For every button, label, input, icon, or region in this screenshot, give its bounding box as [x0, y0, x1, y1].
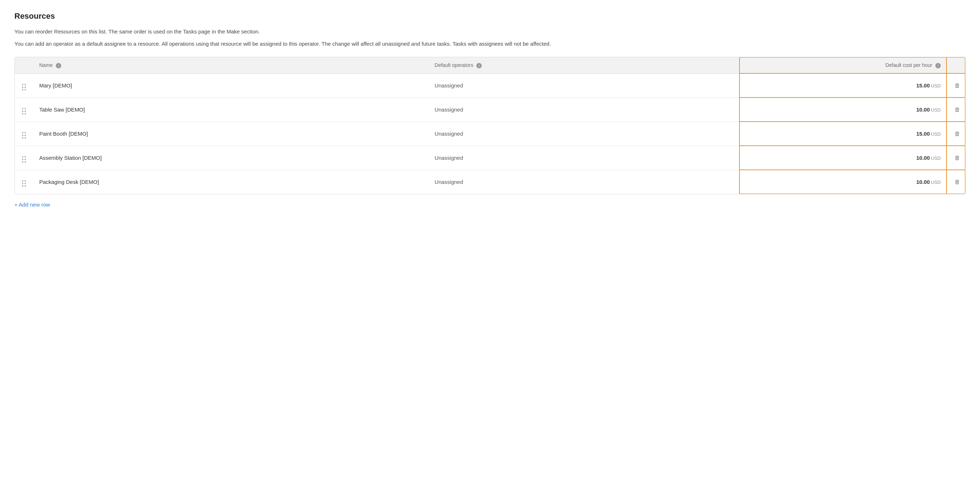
resource-name-cell: Mary [DEMO] — [33, 73, 429, 97]
drag-dot — [22, 113, 24, 114]
drag-dot — [22, 183, 24, 184]
operators-cell: Unassigned — [429, 73, 740, 97]
operators-cell: Unassigned — [429, 146, 740, 170]
cost-cell: 15.00USD — [740, 122, 947, 146]
cost-value: 10.00 — [916, 179, 930, 185]
drag-cell[interactable] — [15, 146, 33, 170]
drag-dot — [22, 156, 24, 157]
drag-dot — [24, 156, 26, 157]
drag-cell[interactable] — [15, 122, 33, 146]
drag-dot — [22, 86, 24, 88]
delete-button[interactable]: 🗑 — [952, 154, 963, 162]
resource-name-cell: Paint Booth [DEMO] — [33, 122, 429, 146]
col-operators: Default operators i — [429, 57, 740, 73]
col-operators-label: Default operators — [434, 62, 473, 68]
drag-handle[interactable] — [21, 156, 27, 163]
action-cell: 🗑 — [947, 97, 965, 122]
drag-dot — [22, 108, 24, 110]
drag-dot — [22, 161, 24, 163]
unassigned-label: Unassigned — [434, 106, 463, 113]
col-cost: Default cost per hour i — [740, 57, 947, 73]
cost-cell: 10.00USD — [740, 170, 947, 194]
table-row: Packaging Desk [DEMO]Unassigned10.00USD🗑 — [15, 170, 965, 194]
operators-info-icon[interactable]: i — [476, 63, 482, 68]
drag-dot — [24, 113, 26, 114]
drag-dot — [22, 89, 24, 90]
drag-handle[interactable] — [21, 131, 27, 139]
drag-dot — [24, 137, 26, 138]
delete-button[interactable]: 🗑 — [952, 105, 963, 114]
action-cell: 🗑 — [947, 73, 965, 97]
description-1: You can reorder Resources on this list. … — [14, 27, 966, 36]
cost-currency: USD — [931, 83, 941, 89]
add-new-row-button[interactable]: + Add new row — [14, 200, 50, 209]
unassigned-label: Unassigned — [434, 179, 463, 185]
cost-currency: USD — [931, 156, 941, 161]
resources-table-wrapper: Name i Default operators i Default cost … — [14, 57, 966, 194]
drag-dot — [24, 135, 26, 136]
col-cost-label: Default cost per hour — [885, 62, 932, 68]
drag-dot — [24, 183, 26, 184]
drag-dot — [24, 89, 26, 90]
cost-currency: USD — [931, 107, 941, 113]
drag-dot — [22, 132, 24, 134]
cost-cell: 15.00USD — [740, 73, 947, 97]
drag-handle[interactable] — [21, 83, 27, 91]
drag-dot — [24, 161, 26, 163]
drag-dot — [22, 180, 24, 182]
drag-dot — [24, 84, 26, 85]
drag-dot — [24, 110, 26, 112]
description-2: You can add an operator as a default ass… — [14, 40, 966, 48]
drag-dot — [24, 108, 26, 110]
drag-dot — [22, 135, 24, 136]
delete-button[interactable]: 🗑 — [952, 130, 963, 138]
drag-handle[interactable] — [21, 107, 27, 115]
resource-name-cell: Assembly Station [DEMO] — [33, 146, 429, 170]
resources-table: Name i Default operators i Default cost … — [15, 57, 965, 194]
drag-dot — [22, 84, 24, 85]
table-row: Table Saw [DEMO]Unassigned10.00USD🗑 — [15, 97, 965, 122]
table-row: Assembly Station [DEMO]Unassigned10.00US… — [15, 146, 965, 170]
cost-info-icon[interactable]: i — [935, 63, 941, 68]
drag-dot — [24, 180, 26, 182]
drag-dot — [24, 132, 26, 134]
operators-cell: Unassigned — [429, 170, 740, 194]
drag-dot — [24, 159, 26, 160]
drag-dot — [24, 86, 26, 88]
unassigned-label: Unassigned — [434, 155, 463, 161]
col-drag — [15, 57, 33, 73]
delete-button[interactable]: 🗑 — [952, 178, 963, 186]
drag-dot — [22, 110, 24, 112]
cost-currency: USD — [931, 131, 941, 137]
table-row: Mary [DEMO]Unassigned15.00USD🗑 — [15, 73, 965, 97]
cost-cell: 10.00USD — [740, 97, 947, 122]
drag-dot — [22, 185, 24, 187]
cost-value: 10.00 — [916, 106, 930, 113]
cost-value: 15.00 — [916, 83, 930, 89]
page-title: Resources — [14, 11, 966, 21]
unassigned-label: Unassigned — [434, 130, 463, 137]
drag-dot — [24, 185, 26, 187]
col-name: Name i — [33, 57, 429, 73]
resource-name-cell: Packaging Desk [DEMO] — [33, 170, 429, 194]
col-name-label: Name — [39, 62, 52, 68]
col-action — [947, 57, 965, 73]
drag-cell[interactable] — [15, 73, 33, 97]
cost-value: 10.00 — [916, 155, 930, 161]
operators-cell: Unassigned — [429, 122, 740, 146]
name-info-icon[interactable]: i — [56, 63, 61, 68]
unassigned-label: Unassigned — [434, 83, 463, 89]
drag-cell[interactable] — [15, 97, 33, 122]
action-cell: 🗑 — [947, 170, 965, 194]
drag-dot — [22, 159, 24, 160]
delete-button[interactable]: 🗑 — [952, 81, 963, 90]
resource-name-cell: Table Saw [DEMO] — [33, 97, 429, 122]
drag-handle[interactable] — [21, 180, 27, 188]
drag-dot — [22, 137, 24, 138]
table-row: Paint Booth [DEMO]Unassigned15.00USD🗑 — [15, 122, 965, 146]
cost-currency: USD — [931, 180, 941, 185]
drag-cell[interactable] — [15, 170, 33, 194]
action-cell: 🗑 — [947, 146, 965, 170]
cost-cell: 10.00USD — [740, 146, 947, 170]
cost-value: 15.00 — [916, 130, 930, 137]
